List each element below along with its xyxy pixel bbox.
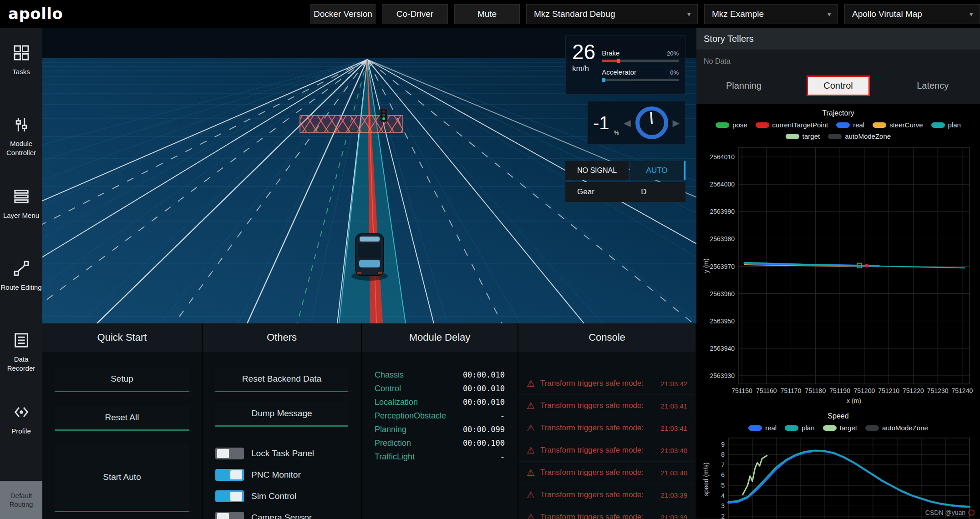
toggle-switch[interactable] <box>215 448 244 459</box>
module-delay-value: 00:00.100 <box>463 438 505 448</box>
sidebar-item-label: Module Controller <box>0 139 42 158</box>
vehicle-select[interactable]: Mkz Example ▼ <box>704 4 838 24</box>
toggle-switch[interactable] <box>215 490 244 502</box>
chart-tabs: Planning Control Latency <box>696 74 980 97</box>
gear-row: Gear D <box>565 182 685 202</box>
start-auto-button[interactable]: Start Auto <box>55 443 189 512</box>
module-delay-row: Control 00:00.010 <box>375 382 505 395</box>
toggle-label: Lock Task Panel <box>251 448 314 459</box>
sidebar-item-tasks[interactable]: Tasks <box>0 37 42 109</box>
toggle-knob <box>217 449 229 458</box>
sidebar-item-module-controller[interactable]: Module Controller <box>0 109 42 181</box>
svg-text:8: 8 <box>721 451 725 458</box>
accelerator-label: Accelerator <box>602 68 636 76</box>
layer-menu-icon <box>12 187 30 206</box>
accelerator-bar <box>602 79 679 81</box>
module-delay-rows: Chassis 00:00.010 Control 00:00.010 Loca… <box>362 352 518 464</box>
accelerator-percent: 0% <box>670 69 679 76</box>
steer-left-icon: ◀ <box>624 117 630 128</box>
toggle-row[interactable]: Camera Sensor <box>215 507 348 519</box>
module-delay-panel: Module Delay Chassis 00:00.010 Control 0… <box>361 323 518 519</box>
chevron-down-icon: ▼ <box>826 11 832 18</box>
legend-label: autoModeZone <box>882 424 928 432</box>
toggle-row[interactable]: PNC Monitor <box>215 464 348 485</box>
svg-text:751180: 751180 <box>805 387 826 394</box>
brake-percent: 20% <box>667 50 679 57</box>
module-delay-value: 00:00.010 <box>463 398 505 407</box>
mode-select-value: Mkz Standard Debug <box>534 9 615 19</box>
trajectory-legend: posecurrentTargetPointrealsteerCurveplan… <box>696 121 980 140</box>
console-rows: ⚠ Transform triggers safe mode: 21:03:42… <box>518 352 696 519</box>
legend-label: real <box>765 424 777 432</box>
sidebar-item-default-routing[interactable]: Default Routing <box>0 481 42 519</box>
mode-select[interactable]: Mkz Standard Debug ▼ <box>526 4 698 24</box>
sidebar-item-data-recorder[interactable]: Data Recorder <box>0 325 42 397</box>
toggle-list: Lock Task Panel PNC Monitor Sim Control <box>215 443 348 519</box>
toggle-row[interactable]: Sim Control <box>215 485 348 507</box>
watermark-text: CSDN @yuan <box>925 509 965 516</box>
legend-swatch <box>873 122 886 128</box>
toggle-label: Camera Sensor <box>251 513 312 519</box>
module-name: Chassis <box>375 370 404 380</box>
toggle-switch[interactable] <box>215 512 244 519</box>
console-row: ⚠ Transform triggers safe mode: 21:03:39 <box>518 506 696 519</box>
brake-bar <box>602 60 679 62</box>
console-timestamp: 21:03:39 <box>661 514 687 519</box>
sidebar-item-route-editing[interactable]: Route Editing <box>0 253 42 325</box>
story-tellers-panel: Story Tellers No Data Planning Control L… <box>696 28 980 519</box>
speed-title: Speed <box>696 412 980 420</box>
speed-value: 26 <box>572 41 595 62</box>
map-select[interactable]: Apollo Virutal Map ▼ <box>844 4 980 24</box>
mute-button[interactable]: Mute <box>454 4 520 24</box>
traffic-light-icon <box>380 108 387 122</box>
toggle-switch[interactable] <box>215 469 244 481</box>
ego-vehicle <box>351 234 388 281</box>
svg-text:751230: 751230 <box>927 387 948 394</box>
legend-swatch <box>865 425 879 431</box>
main-3d-view[interactable]: 26 km/h Brake 20% Accelerator 0% <box>42 28 696 323</box>
warning-icon: ⚠ <box>527 378 535 389</box>
pedal-meters: Brake 20% Accelerator 0% <box>602 41 679 89</box>
svg-text:2: 2 <box>721 513 725 519</box>
chevron-down-icon: ▼ <box>968 11 974 18</box>
console-row: ⚠ Transform triggers safe mode: 21:03:41 <box>518 417 696 439</box>
module-delay-title: Module Delay <box>362 323 518 352</box>
others-title: Others <box>203 323 361 352</box>
legend-swatch <box>785 425 798 431</box>
sidebar-item-label: Data Recorder <box>0 355 42 373</box>
svg-text:y (m): y (m) <box>702 258 710 273</box>
tab-planning[interactable]: Planning <box>696 81 791 91</box>
sidebar-item-profile[interactable]: Profile <box>0 397 42 469</box>
toggle-knob <box>230 470 242 479</box>
module-delay-row: Chassis 00:00.010 <box>375 368 505 382</box>
steering-unit: % <box>614 129 619 136</box>
setup-button[interactable]: Setup <box>55 367 189 392</box>
route-editing-icon <box>12 259 30 277</box>
map-select-value: Apollo Virutal Map <box>852 9 922 19</box>
charts-area: Trajectory posecurrentTargetPointrealste… <box>696 104 980 519</box>
module-name: PerceptionObstacle <box>375 411 446 421</box>
toggle-row[interactable]: Lock Task Panel <box>215 443 348 464</box>
legend-label: steerCurve <box>889 121 923 129</box>
sidebar-item-layer-menu[interactable]: Layer Menu <box>0 181 42 253</box>
docker-version-button[interactable]: Docker Version <box>310 4 376 24</box>
tab-control[interactable]: Control <box>791 76 886 96</box>
svg-text:speed (m/s): speed (m/s) <box>702 463 710 496</box>
legend-swatch <box>823 425 837 431</box>
svg-text:x (m): x (m) <box>847 397 861 404</box>
co-driver-button[interactable]: Co-Driver <box>382 4 448 24</box>
warning-icon: ⚠ <box>527 489 535 500</box>
gear-label: Gear <box>577 187 594 197</box>
steering-needle <box>650 112 653 124</box>
svg-text:751220: 751220 <box>903 387 924 394</box>
reset-backend-data-button[interactable]: Reset Backend Data <box>215 367 348 392</box>
speed-legend: realplantargetautoModeZone <box>696 424 980 432</box>
console-message: Transform triggers safe mode: <box>540 446 655 455</box>
dump-message-button[interactable]: Dump Message <box>215 402 348 427</box>
tab-latency[interactable]: Latency <box>885 81 980 91</box>
svg-text:751200: 751200 <box>853 387 875 394</box>
svg-text:7: 7 <box>721 461 725 469</box>
reset-all-button[interactable]: Reset All <box>55 406 189 431</box>
console-row: ⚠ Transform triggers safe mode: 21:03:40 <box>518 439 696 462</box>
story-tellers-title: Story Tellers <box>696 28 980 50</box>
